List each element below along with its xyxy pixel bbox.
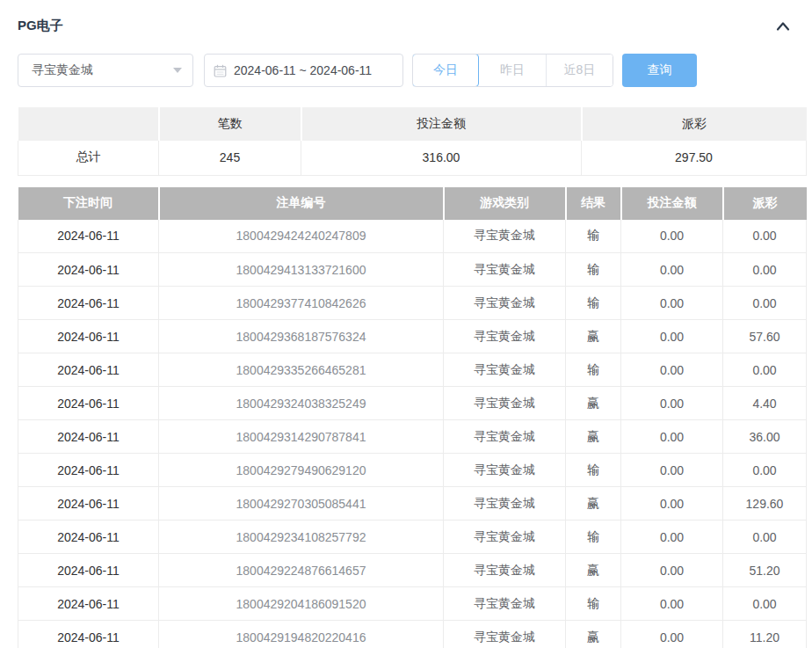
payout-cell: 51.20 bbox=[723, 554, 807, 587]
summary-header-row: 笔数 投注金额 派彩 bbox=[18, 107, 807, 141]
order-number-cell: 1800429314290787841 bbox=[159, 420, 444, 454]
bet-amount-cell: 0.00 bbox=[621, 220, 723, 253]
game-select[interactable]: 寻宝黄金城 bbox=[18, 54, 193, 87]
bet-amount-cell: 0.00 bbox=[621, 487, 723, 521]
order-number-cell: 1800429204186091520 bbox=[159, 587, 444, 621]
result-cell: 输 bbox=[566, 521, 621, 554]
chevron-up-icon bbox=[775, 20, 791, 33]
payout-cell: 36.00 bbox=[723, 420, 807, 454]
result-cell: 赢 bbox=[566, 387, 621, 420]
table-row: 2024-06-11 1800429324038325249 寻宝黄金城 赢 0… bbox=[18, 387, 807, 420]
table-row: 2024-06-11 1800429204186091520 寻宝黄金城 输 0… bbox=[18, 587, 807, 621]
filter-bar: 寻宝黄金城 2024-06-11 ~ 2024-06-11 今日 昨日 近8日 bbox=[18, 54, 812, 87]
bet-amount-cell: 0.00 bbox=[621, 454, 723, 487]
result-cell: 赢 bbox=[566, 320, 621, 353]
table-row: 2024-06-11 1800429234108257792 寻宝黄金城 输 0… bbox=[18, 521, 807, 554]
bet-time-cell: 2024-06-11 bbox=[18, 387, 159, 420]
query-button[interactable]: 查询 bbox=[622, 54, 697, 87]
last-8-days-button[interactable]: 近8日 bbox=[546, 55, 613, 86]
game-category-cell: 寻宝黄金城 bbox=[444, 253, 566, 287]
result-cell: 输 bbox=[566, 220, 621, 253]
bet-time-cell: 2024-06-11 bbox=[18, 320, 159, 353]
bets-table-body: 2024-06-11 1800429424240247809 寻宝黄金城 输 0… bbox=[18, 220, 807, 648]
table-row: 2024-06-11 1800429194820220416 寻宝黄金城 赢 0… bbox=[18, 621, 807, 648]
bet-time-cell: 2024-06-11 bbox=[18, 487, 159, 521]
result-cell: 输 bbox=[566, 587, 621, 621]
payout-cell: 11.20 bbox=[723, 621, 807, 648]
panel-header: PG电子 bbox=[0, 0, 812, 34]
order-number-cell: 1800429368187576324 bbox=[159, 320, 444, 353]
bets-header-game-category: 游戏类别 bbox=[444, 187, 566, 220]
order-number-cell: 1800429324038325249 bbox=[159, 387, 444, 420]
yesterday-button[interactable]: 昨日 bbox=[479, 55, 546, 86]
bet-amount-cell: 0.00 bbox=[621, 621, 723, 648]
bet-time-cell: 2024-06-11 bbox=[18, 554, 159, 587]
payout-cell: 0.00 bbox=[723, 454, 807, 487]
bets-header-row: 下注时间 注单编号 游戏类别 结果 投注金额 派彩 bbox=[18, 187, 807, 220]
order-number-cell: 1800429413133721600 bbox=[159, 253, 444, 287]
payout-cell: 0.00 bbox=[723, 253, 807, 287]
table-row: 2024-06-11 1800429270305085441 寻宝黄金城 赢 0… bbox=[18, 487, 807, 521]
bet-amount-cell: 0.00 bbox=[621, 253, 723, 287]
payout-cell: 0.00 bbox=[723, 287, 807, 320]
result-cell: 输 bbox=[566, 287, 621, 320]
total-payout: 297.50 bbox=[582, 141, 807, 175]
date-range-input[interactable]: 2024-06-11 ~ 2024-06-11 bbox=[204, 54, 403, 87]
game-category-cell: 寻宝黄金城 bbox=[444, 220, 566, 253]
table-row: 2024-06-11 1800429224876614657 寻宝黄金城 赢 0… bbox=[18, 554, 807, 587]
game-category-cell: 寻宝黄金城 bbox=[444, 621, 566, 648]
bets-header-order-number: 注单编号 bbox=[159, 187, 444, 220]
summary-header-bet-amount: 投注金额 bbox=[301, 107, 582, 141]
game-category-cell: 寻宝黄金城 bbox=[444, 420, 566, 454]
game-category-cell: 寻宝黄金城 bbox=[444, 521, 566, 554]
game-select-value: 寻宝黄金城 bbox=[32, 62, 93, 78]
result-cell: 输 bbox=[566, 253, 621, 287]
order-number-cell: 1800429270305085441 bbox=[159, 487, 444, 521]
table-row: 2024-06-11 1800429279490629120 寻宝黄金城 输 0… bbox=[18, 454, 807, 487]
today-button[interactable]: 今日 bbox=[412, 54, 479, 87]
total-count: 245 bbox=[159, 141, 301, 175]
pg-games-panel: PG电子 寻宝黄金城 bbox=[0, 0, 812, 648]
bet-time-cell: 2024-06-11 bbox=[18, 287, 159, 320]
summary-header-count: 笔数 bbox=[159, 107, 301, 141]
result-cell: 赢 bbox=[566, 621, 621, 648]
game-category-cell: 寻宝黄金城 bbox=[444, 320, 566, 353]
result-cell: 输 bbox=[566, 454, 621, 487]
total-label: 总计 bbox=[18, 141, 159, 175]
table-row: 2024-06-11 1800429413133721600 寻宝黄金城 输 0… bbox=[18, 253, 807, 287]
game-category-cell: 寻宝黄金城 bbox=[444, 387, 566, 420]
order-number-cell: 1800429377410842626 bbox=[159, 287, 444, 320]
collapse-button[interactable] bbox=[773, 18, 793, 34]
payout-cell: 0.00 bbox=[723, 587, 807, 621]
bet-amount-cell: 0.00 bbox=[621, 587, 723, 621]
order-number-cell: 1800429279490629120 bbox=[159, 454, 444, 487]
summary-header-empty bbox=[18, 107, 159, 141]
bet-time-cell: 2024-06-11 bbox=[18, 454, 159, 487]
bet-amount-cell: 0.00 bbox=[621, 287, 723, 320]
total-bet-amount: 316.00 bbox=[301, 141, 582, 175]
bets-header-payout: 派彩 bbox=[723, 187, 807, 220]
table-row: 2024-06-11 1800429368187576324 寻宝黄金城 赢 0… bbox=[18, 320, 807, 353]
order-number-cell: 1800429194820220416 bbox=[159, 621, 444, 648]
result-cell: 赢 bbox=[566, 487, 621, 521]
summary-total-row: 总计 245 316.00 297.50 bbox=[18, 141, 807, 175]
order-number-cell: 1800429234108257792 bbox=[159, 521, 444, 554]
payout-cell: 4.40 bbox=[723, 387, 807, 420]
order-number-cell: 1800429335266465281 bbox=[159, 353, 444, 387]
payout-cell: 129.60 bbox=[723, 487, 807, 521]
order-number-cell: 1800429224876614657 bbox=[159, 554, 444, 587]
payout-cell: 0.00 bbox=[723, 521, 807, 554]
summary-header-payout: 派彩 bbox=[582, 107, 807, 141]
payout-cell: 0.00 bbox=[723, 353, 807, 387]
chevron-down-icon bbox=[173, 68, 182, 73]
table-row: 2024-06-11 1800429335266465281 寻宝黄金城 输 0… bbox=[18, 353, 807, 387]
payout-cell: 57.60 bbox=[723, 320, 807, 353]
bet-time-cell: 2024-06-11 bbox=[18, 220, 159, 253]
game-category-cell: 寻宝黄金城 bbox=[444, 487, 566, 521]
bets-header-bet-amount: 投注金额 bbox=[621, 187, 723, 220]
bet-time-cell: 2024-06-11 bbox=[18, 621, 159, 648]
bet-amount-cell: 0.00 bbox=[621, 353, 723, 387]
bet-time-cell: 2024-06-11 bbox=[18, 420, 159, 454]
game-category-cell: 寻宝黄金城 bbox=[444, 454, 566, 487]
table-row: 2024-06-11 1800429377410842626 寻宝黄金城 输 0… bbox=[18, 287, 807, 320]
